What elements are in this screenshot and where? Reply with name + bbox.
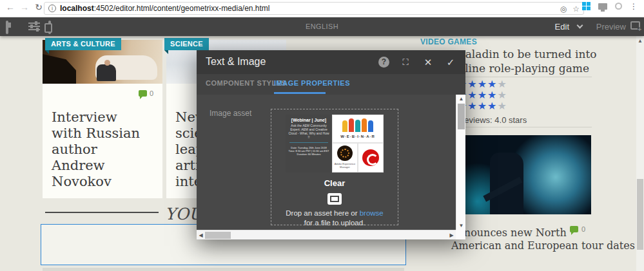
scroll-down-icon[interactable]: ▼ <box>456 221 466 230</box>
star-icon: ★ <box>478 79 487 89</box>
reviews-summary: reviews: 4.0 stars <box>462 115 527 125</box>
article-title-link[interactable]: Interview with Russian author Andrew Nov… <box>52 109 153 190</box>
aem-logo-icon <box>337 145 353 161</box>
image-asset-label: Image asset <box>210 109 251 118</box>
thumb-heading: [Webinar | June] <box>288 118 329 122</box>
scroll-right-icon[interactable]: ▶ <box>447 230 456 240</box>
asset-thumbnail[interactable]: [Webinar | June] Ask the AEM Community E… <box>286 115 384 173</box>
active-tab-underline <box>274 92 326 94</box>
video-games-headline[interactable]: Paladin to be turned into <box>458 48 597 61</box>
browser-bar: ← → ↻ i localhost:4502/editor.html/conte… <box>0 0 644 17</box>
comment-icon[interactable] <box>570 226 578 232</box>
browser-menu-icon[interactable]: ⋮ <box>630 5 634 8</box>
comment-count: 0 <box>581 225 585 233</box>
reload-icon[interactable]: ↻ <box>32 2 45 12</box>
asset-dropzone[interactable]: [Webinar | June] Ask the AEM Community E… <box>271 109 398 225</box>
windows-extension-icon[interactable] <box>582 2 590 10</box>
section-rule <box>45 212 159 213</box>
webinar-word: W·E·B·I·N·A·R <box>333 135 383 138</box>
scroll-up-icon[interactable]: ▲ <box>636 37 644 45</box>
star-icon: ★ <box>467 100 477 111</box>
dialog-horizontal-scrollbar[interactable]: ◀ ▶ <box>197 230 456 239</box>
webinar-heads-art <box>333 118 383 132</box>
url-text: localhost:4502/editor.html/content/geome… <box>60 4 270 13</box>
bookmark-star-icon[interactable]: ☆ <box>572 5 580 14</box>
browse-link[interactable]: browse <box>360 209 384 217</box>
back-icon[interactable]: ← <box>4 2 17 12</box>
edit-mode-button[interactable]: Edit <box>555 22 569 32</box>
star-icon: ★ <box>497 89 507 100</box>
creative-cloud-logo-icon <box>362 149 379 166</box>
thumb-meta: Duration: 60 Minutes <box>288 153 329 156</box>
close-icon[interactable]: ✕ <box>422 56 434 69</box>
scrollbar-thumb[interactable] <box>637 179 643 250</box>
scrollbar-thumb[interactable] <box>205 232 231 239</box>
monitor-extension-icon[interactable] <box>598 3 607 10</box>
fullscreen-icon[interactable]: ⛶ <box>399 56 412 69</box>
dialog-vertical-scrollbar[interactable]: ▲ ▼ <box>456 95 465 230</box>
preview-mode-button[interactable]: Preview <box>596 22 626 32</box>
tab-image-properties[interactable]: IMAGE PROPERTIES <box>274 79 350 87</box>
tour-headline[interactable]: American and European tour dates <box>451 239 635 252</box>
dialog-content: Image asset [Webinar | June] Ask the AEM… <box>197 95 465 230</box>
star-icon: ★ <box>497 79 507 89</box>
image-upload-icon <box>327 193 342 205</box>
forward-icon[interactable]: → <box>18 2 31 12</box>
star-icon: ★ <box>487 100 497 111</box>
page-scrollbar[interactable]: ▲ <box>636 36 644 271</box>
comment-icon[interactable] <box>139 90 147 97</box>
star-icon: ★ <box>467 89 477 100</box>
star-icon: ★ <box>487 89 497 100</box>
aem-caption: Adobe Experience Manager <box>333 162 357 169</box>
page-info-icon[interactable]: i <box>48 5 56 12</box>
page-title: ENGLISH <box>0 23 644 30</box>
editor-toolbar: ENGLISH Edit Preview <box>0 17 644 36</box>
star-icon: ★ <box>467 79 477 89</box>
dialog-tabbar: COMPONENT STYLES IMAGE PROPERTIES <box>197 74 465 95</box>
dialog-title: Text & Image <box>206 56 266 68</box>
clear-button[interactable]: Clear <box>271 178 398 188</box>
drop-instructions: Drop an asset here or browse for a file … <box>271 209 398 228</box>
scroll-up-icon[interactable]: ▲ <box>456 95 466 103</box>
dialog-header: Text & Image ? ⛶ ✕ ✓ <box>197 50 465 74</box>
category-badge-arts-culture[interactable]: ARTS & CULTURE <box>45 38 121 50</box>
target-mode-icon[interactable]: ◎ <box>560 5 567 14</box>
circle-extension-icon[interactable] <box>615 3 622 10</box>
help-icon[interactable]: ? <box>378 57 389 68</box>
video-games-section-link[interactable]: VIDEO GAMES <box>420 37 477 46</box>
screen: ← → ↻ i localhost:4502/editor.html/conte… <box>0 0 644 271</box>
concert-photo[interactable] <box>451 135 591 214</box>
url-bar[interactable]: i localhost:4502/editor.html/content/geo… <box>44 2 584 15</box>
confirm-icon[interactable]: ✓ <box>444 56 457 69</box>
scrollbar-thumb[interactable] <box>458 104 465 129</box>
star-icon: ★ <box>478 89 487 100</box>
tour-headline[interactable]: announces new North <box>451 227 567 239</box>
annotate-icon[interactable] <box>630 21 640 30</box>
star-icon: ★ <box>497 100 507 111</box>
category-badge-science[interactable]: SCIENCE <box>164 38 209 50</box>
thumb-subheading: Ask the AEM Community Expert: AEM and Cr… <box>288 124 329 139</box>
article-card-arts: 0 Interview with Russian author Andrew N… <box>43 40 162 198</box>
section-band <box>43 268 404 271</box>
star-icon: ★ <box>478 100 487 111</box>
text-image-dialog: Text & Image ? ⛶ ✕ ✓ COMPONENT STYLES IM… <box>197 50 465 239</box>
video-games-headline[interactable]: online role-playing game <box>451 62 589 75</box>
scroll-left-icon[interactable]: ◀ <box>197 230 205 240</box>
comment-count: 0 <box>150 89 153 97</box>
star-icon: ★ <box>487 79 497 89</box>
